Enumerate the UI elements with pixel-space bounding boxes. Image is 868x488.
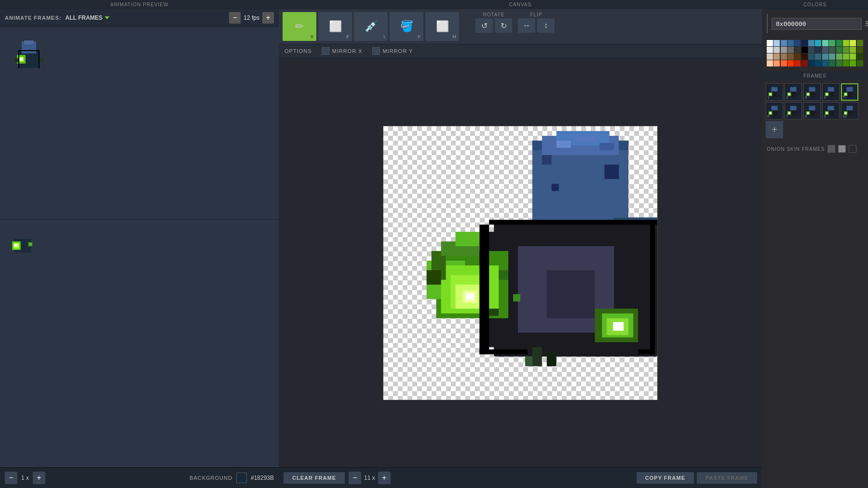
rotate-ccw-button[interactable]: ↺	[475, 18, 493, 33]
palette-color-42[interactable]	[767, 60, 773, 66]
palette-color-10[interactable]	[836, 40, 842, 46]
frame-thumb-8[interactable]: 8	[803, 102, 821, 119]
fps-minus-button[interactable]: −	[229, 12, 241, 24]
frame-thumb-3[interactable]: 3	[803, 83, 821, 101]
palette-color-45[interactable]	[787, 60, 794, 66]
select-tool-button[interactable]: ⬜ M	[425, 12, 459, 41]
palette-color-44[interactable]	[781, 60, 787, 66]
palette-color-34[interactable]	[808, 53, 814, 60]
copy-frame-button[interactable]: COPY FRAME	[637, 472, 694, 484]
frame-thumb-7[interactable]: 7	[785, 102, 802, 119]
flip-h-button[interactable]: ↔	[518, 18, 535, 33]
color-options-icon[interactable]	[866, 21, 868, 26]
palette-color-31[interactable]	[787, 53, 794, 60]
canvas-area[interactable]	[279, 58, 762, 467]
frame-thumb-2[interactable]: 2	[785, 83, 802, 101]
palette-color-0[interactable]	[767, 40, 773, 46]
mirror-x-toggle[interactable]: MIRROR X	[322, 47, 363, 55]
frame-size-plus-button[interactable]: +	[378, 472, 391, 484]
zoom-plus-button[interactable]: +	[33, 472, 45, 484]
fill-tool-button[interactable]: 🪣 F	[390, 12, 423, 41]
pixel-canvas[interactable]	[383, 126, 658, 400]
palette-color-55[interactable]	[857, 60, 863, 66]
paste-frame-button[interactable]: PASTE FRAME	[697, 472, 757, 484]
palette-color-53[interactable]	[843, 60, 849, 66]
frame-thumb-10[interactable]: 10	[841, 102, 858, 119]
clear-frame-button[interactable]: CLEAR FRAME	[284, 472, 345, 484]
palette-color-13[interactable]	[857, 40, 863, 46]
brush-tool-button[interactable]: ✏ B	[283, 12, 316, 41]
palette-color-46[interactable]	[794, 60, 800, 66]
mirror-x-checkbox[interactable]	[322, 47, 329, 55]
palette-color-18[interactable]	[794, 47, 800, 53]
palette-color-33[interactable]	[801, 53, 808, 60]
palette-color-35[interactable]	[815, 53, 821, 60]
palette-color-4[interactable]	[794, 40, 800, 46]
palette-color-30[interactable]	[781, 53, 787, 60]
palette-color-32[interactable]	[794, 53, 800, 60]
palette-color-49[interactable]	[815, 60, 821, 66]
palette-color-2[interactable]	[781, 40, 787, 46]
selected-color-swatch[interactable]	[767, 14, 768, 33]
palette-color-39[interactable]	[843, 53, 849, 60]
eraser-tool-button[interactable]: ⬜ E	[318, 12, 352, 41]
rotate-cw-button[interactable]: ↻	[495, 18, 512, 33]
palette-color-37[interactable]	[829, 53, 835, 60]
palette-color-38[interactable]	[836, 53, 842, 60]
palette-color-40[interactable]	[850, 53, 856, 60]
palette-color-51[interactable]	[829, 60, 835, 66]
flip-v-button[interactable]: ↕	[537, 18, 555, 33]
palette-color-20[interactable]	[808, 47, 814, 53]
palette-color-8[interactable]	[822, 40, 828, 46]
palette-color-17[interactable]	[787, 47, 794, 53]
onion-skin-box-2[interactable]	[838, 145, 846, 153]
palette-color-14[interactable]	[767, 47, 773, 53]
palette-color-15[interactable]	[773, 47, 780, 53]
palette-color-25[interactable]	[843, 47, 849, 53]
frame-thumb-1[interactable]: 1	[766, 83, 783, 101]
palette-color-36[interactable]	[822, 53, 828, 60]
palette-color-21[interactable]	[815, 47, 821, 53]
eyedropper-tool-button[interactable]: 💉 I	[354, 12, 388, 41]
palette-color-50[interactable]	[822, 60, 828, 66]
palette-color-1[interactable]	[773, 40, 780, 46]
frame-num-1: 1	[767, 95, 769, 100]
frame-thumb-5[interactable]: 5	[841, 83, 858, 101]
palette-color-16[interactable]	[781, 47, 787, 53]
frame-thumb-9[interactable]: 9	[822, 102, 840, 119]
palette-color-6[interactable]	[808, 40, 814, 46]
palette-color-41[interactable]	[857, 53, 863, 60]
color-hex-input[interactable]	[772, 18, 862, 30]
onion-skin-box-3[interactable]	[849, 145, 856, 153]
palette-color-52[interactable]	[836, 60, 842, 66]
background-color-swatch[interactable]	[236, 473, 247, 483]
frame-thumb-4[interactable]: 4	[822, 83, 840, 101]
palette-color-11[interactable]	[843, 40, 849, 46]
frame-size-minus-button[interactable]: −	[349, 472, 361, 484]
palette-color-27[interactable]	[857, 47, 863, 53]
palette-color-26[interactable]	[850, 47, 856, 53]
palette-color-9[interactable]	[829, 40, 835, 46]
palette-color-43[interactable]	[773, 60, 780, 66]
palette-color-12[interactable]	[850, 40, 856, 46]
onion-skin-box-1[interactable]	[827, 145, 835, 153]
palette-color-23[interactable]	[829, 47, 835, 53]
all-frames-dropdown[interactable]: ALL FRAMES	[65, 14, 109, 21]
palette-color-24[interactable]	[836, 47, 842, 53]
add-frame-button[interactable]: +	[766, 121, 783, 138]
frame-thumb-6[interactable]: 6	[766, 102, 783, 119]
mirror-y-checkbox[interactable]	[372, 47, 380, 55]
palette-color-5[interactable]	[801, 40, 808, 46]
mirror-y-toggle[interactable]: MIRROR Y	[372, 47, 413, 55]
palette-color-29[interactable]	[773, 53, 780, 60]
zoom-minus-button[interactable]: −	[5, 472, 17, 484]
palette-color-47[interactable]	[801, 60, 808, 66]
palette-color-22[interactable]	[822, 47, 828, 53]
palette-color-7[interactable]	[815, 40, 821, 46]
palette-color-28[interactable]	[767, 53, 773, 60]
palette-color-48[interactable]	[808, 60, 814, 66]
palette-color-54[interactable]	[850, 60, 856, 66]
fps-plus-button[interactable]: +	[262, 12, 274, 24]
palette-color-19[interactable]	[801, 47, 808, 53]
palette-color-3[interactable]	[787, 40, 794, 46]
